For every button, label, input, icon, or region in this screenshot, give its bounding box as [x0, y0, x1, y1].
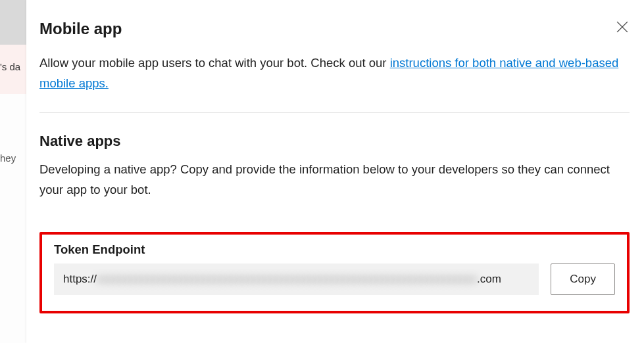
token-endpoint-field[interactable]: https://xxxxxxxxxxxxxxxxxxxxxxxxxxxxxxxx… [54, 263, 539, 295]
native-apps-description: Developing a native app? Copy and provid… [39, 159, 630, 200]
panel-description: Allow your mobile app users to chat with… [39, 53, 630, 94]
token-endpoint-label: Token Endpoint [54, 242, 615, 257]
panel-header: Mobile app [39, 20, 630, 53]
token-endpoint-row: https://xxxxxxxxxxxxxxxxxxxxxxxxxxxxxxxx… [54, 263, 615, 295]
endpoint-prefix: https:// [63, 273, 97, 285]
native-apps-title: Native apps [39, 133, 630, 150]
bg-text-fragment: hey [0, 152, 16, 164]
token-endpoint-highlight: Token Endpoint https://xxxxxxxxxxxxxxxxx… [39, 232, 630, 313]
background-text: hey [0, 152, 16, 164]
background-banner: 's da [0, 45, 26, 94]
endpoint-blurred: xxxxxxxxxxxxxxxxxxxxxxxxxxxxxxxxxxxxxxxx… [97, 273, 477, 285]
panel-title: Mobile app [39, 20, 122, 38]
endpoint-suffix: .com [477, 273, 501, 285]
bg-banner-text: 's da [0, 61, 20, 72]
description-text: Allow your mobile app users to chat with… [39, 56, 390, 70]
copy-button[interactable]: Copy [551, 263, 615, 295]
mobile-app-panel: Mobile app Allow your mobile app users t… [26, 0, 644, 343]
background-header [0, 0, 26, 45]
divider [39, 112, 630, 113]
close-icon[interactable] [616, 21, 628, 33]
